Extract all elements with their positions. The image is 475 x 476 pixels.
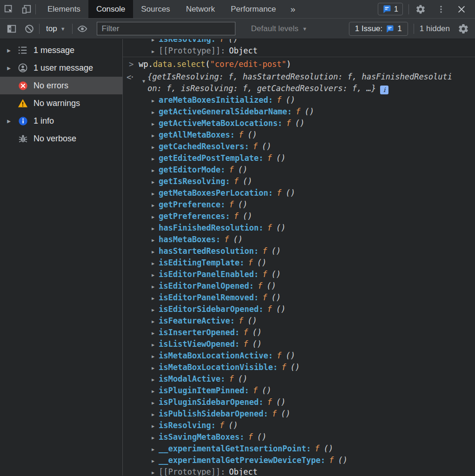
expand-arrow-icon[interactable]: ▶ [152, 46, 159, 57]
expand-arrow-icon[interactable]: ▶ [152, 292, 159, 304]
expand-arrow-icon[interactable]: ▶ [152, 409, 159, 420]
property-name: getPreference: [159, 200, 225, 209]
expand-arrow-icon[interactable]: ▶ [0, 66, 14, 71]
expand-arrow-icon[interactable]: ▶ [152, 316, 159, 327]
property-name: hasFinishedResolution: [159, 223, 263, 232]
expand-arrow-icon[interactable]: ▶ [152, 118, 159, 130]
issues-badge[interactable]: 1 [378, 3, 403, 15]
console-settings-button[interactable] [455, 21, 471, 37]
sidebar-item-label: No warnings [33, 99, 80, 108]
expand-arrow-icon[interactable]: ▶ [0, 119, 14, 124]
property-name: isEditingTemplate: [159, 258, 244, 267]
property-name: areMetaBoxesInitialized: [159, 95, 273, 105]
tab-elements[interactable]: Elements [40, 0, 88, 18]
function-parens: () [286, 351, 295, 360]
sidebar-item-1-message[interactable]: ▶1 message [0, 41, 122, 59]
expand-arrow-icon[interactable]: ▶ [152, 304, 159, 316]
function-glyph: f [277, 188, 281, 198]
expand-arrow-icon[interactable]: ▶ [152, 223, 159, 234]
property-name: getActiveGeneralSidebarName: [159, 107, 292, 116]
function-glyph: f [267, 304, 272, 314]
expand-arrow-icon[interactable]: ▶ [152, 211, 159, 223]
expand-arrow-icon[interactable]: ▶ [152, 281, 159, 292]
expand-arrow-icon[interactable]: ▶ [152, 443, 159, 455]
expand-arrow-icon[interactable]: ▶ [152, 432, 159, 443]
expand-arrow-icon[interactable]: ▶ [152, 246, 159, 258]
expand-arrow-icon[interactable]: ▶ [152, 374, 159, 385]
live-expression-button[interactable] [74, 21, 90, 37]
expand-arrow-icon[interactable]: ▶ [152, 455, 159, 467]
function-glyph: f [220, 421, 224, 430]
function-glyph: f [220, 39, 224, 44]
expand-arrow-icon[interactable]: ▶ [152, 176, 159, 188]
tab-console[interactable]: Console [88, 0, 133, 18]
expand-arrow-icon[interactable]: ▶ [152, 141, 159, 153]
device-toolbar-button[interactable] [18, 0, 35, 18]
settings-button[interactable] [412, 4, 429, 14]
log-levels-dropdown[interactable]: Default levels ▼ [251, 24, 308, 33]
gear-icon [415, 4, 426, 14]
function-glyph: f [286, 119, 291, 128]
property-name: isInserterOpened: [159, 328, 240, 337]
close-devtools-button[interactable] [453, 5, 470, 14]
sidebar-item-label: 1 message [33, 46, 74, 55]
property-name: getCachedResolvers: [159, 142, 249, 151]
property-name: getEditedPostTemplate: [159, 153, 263, 163]
function-parens: () [281, 409, 290, 418]
expand-arrow-icon[interactable]: ▶ [152, 39, 159, 46]
javascript-context-selector[interactable]: top ▼ [41, 24, 70, 33]
expand-arrow-icon[interactable]: ▶ [152, 350, 159, 362]
sidebar-item-no-errors[interactable]: No errors [0, 77, 122, 94]
object-preview[interactable]: {getIsResolving: f, hasStartedResolution… [147, 71, 475, 94]
divider [414, 24, 414, 34]
issue-counter-button[interactable]: 1 Issue: 1 [349, 22, 408, 36]
sidebar-item-1-user-message[interactable]: ▶1 user message [0, 59, 122, 77]
console-command-row: > wp.data.select("core/edit-post") [123, 57, 475, 71]
expand-arrow-icon[interactable]: ▶ [0, 48, 14, 53]
expand-arrow-icon[interactable]: ▶ [152, 420, 159, 432]
expand-arrow-icon[interactable]: ▶ [152, 188, 159, 199]
command-token-plain: ( [205, 60, 210, 69]
expand-arrow-icon[interactable]: ▶ [152, 362, 159, 374]
tab-performance[interactable]: Performance [223, 0, 284, 18]
more-tabs-button[interactable]: » [284, 0, 302, 18]
tab-network[interactable]: Network [178, 0, 223, 18]
sidebar-item-no-warnings[interactable]: No warnings [0, 94, 122, 112]
issues-bubble-icon [382, 5, 391, 13]
function-parens: () [262, 386, 271, 395]
object-property-row: ▶getPreference:f() [123, 199, 475, 211]
function-parens: () [238, 165, 248, 174]
function-glyph: f [253, 386, 257, 395]
console-sidebar-toggle-button[interactable] [4, 21, 20, 37]
clear-console-button[interactable] [21, 21, 37, 37]
function-glyph: f [248, 432, 253, 442]
expand-arrow-icon[interactable]: ▶ [152, 234, 159, 246]
function-glyph: f [262, 246, 267, 256]
expand-arrow-icon[interactable]: ▶ [152, 165, 159, 176]
expand-arrow-icon[interactable]: ▶ [152, 467, 159, 476]
expand-arrow-icon[interactable]: ▶ [152, 385, 159, 397]
property-name: isListViewOpened: [159, 339, 240, 349]
property-name: isResolving: [159, 39, 216, 44]
tab-sources[interactable]: Sources [133, 0, 178, 18]
expand-arrow-icon[interactable]: ▶ [152, 130, 159, 141]
inspect-element-button[interactable] [0, 0, 18, 18]
more-options-button[interactable] [432, 5, 450, 14]
expand-arrow-icon[interactable]: ▶ [152, 106, 159, 118]
expand-arrow-icon[interactable]: ▶ [152, 199, 159, 211]
function-glyph: f [243, 328, 248, 337]
expand-arrow-icon[interactable]: ▶ [152, 95, 159, 106]
expand-arrow-icon[interactable]: ▶ [152, 327, 159, 339]
sidebar-item-1-info[interactable]: ▶1 info [0, 112, 122, 130]
object-property-row: ▶hasMetaBoxes:f() [123, 234, 475, 245]
collapse-arrow-icon[interactable]: ▼ [142, 75, 145, 87]
sidebar-item-label: 1 info [33, 116, 54, 126]
expand-arrow-icon[interactable]: ▶ [152, 269, 159, 281]
info-icon[interactable]: i [380, 86, 388, 94]
expand-arrow-icon[interactable]: ▶ [152, 397, 159, 409]
console-filter-input[interactable] [97, 22, 235, 35]
expand-arrow-icon[interactable]: ▶ [152, 339, 159, 350]
expand-arrow-icon[interactable]: ▶ [152, 258, 159, 269]
expand-arrow-icon[interactable]: ▶ [152, 153, 159, 165]
sidebar-item-no-verbose[interactable]: No verbose [0, 130, 122, 147]
